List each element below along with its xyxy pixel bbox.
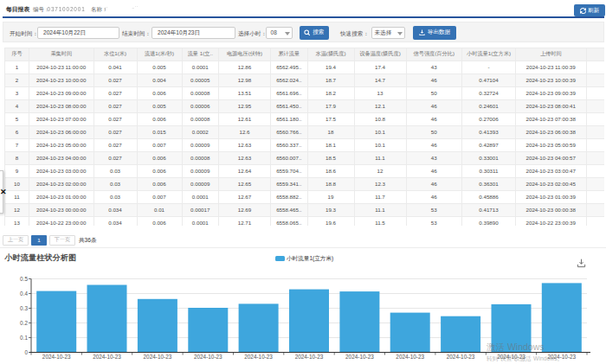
svg-text:0.3: 0.3 [20,305,28,311]
svg-text:2024-10-23: 2024-10-23 [244,354,273,360]
svg-text:2024-10-23: 2024-10-23 [93,354,121,360]
svg-text:0.5: 0.5 [20,276,28,282]
svg-text:2024-10-23: 2024-10-23 [144,354,172,360]
svg-text:0.4: 0.4 [20,291,28,297]
svg-text:0: 0 [24,349,28,355]
svg-text:2024-10-23: 2024-10-23 [295,354,324,360]
svg-text:2024-10-23: 2024-10-23 [42,354,71,360]
svg-text:2024-10-23: 2024-10-23 [194,354,222,360]
svg-text:2024-10-23: 2024-10-23 [345,354,374,360]
svg-text:2024-10-23: 2024-10-23 [447,354,475,360]
svg-text:0.2: 0.2 [20,320,28,326]
svg-text:0.1: 0.1 [20,335,28,341]
svg-text:2024-10-23: 2024-10-23 [396,354,424,360]
